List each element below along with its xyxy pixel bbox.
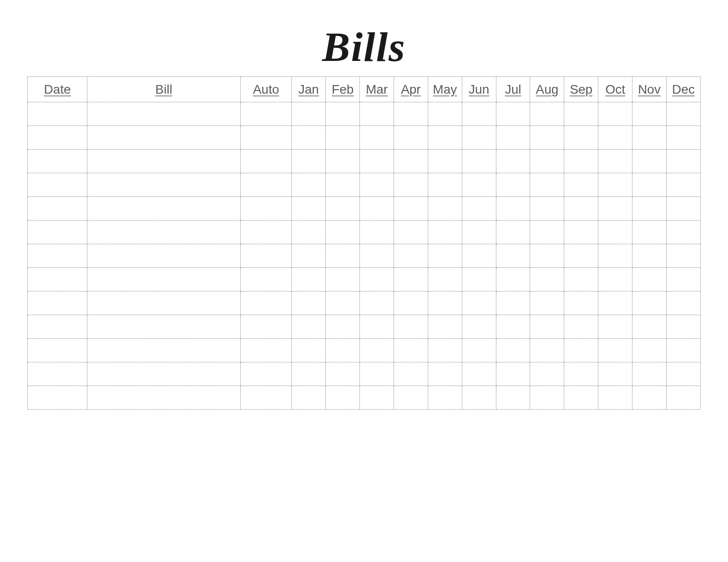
table-cell[interactable] bbox=[564, 244, 598, 268]
table-cell[interactable] bbox=[28, 268, 87, 291]
table-cell[interactable] bbox=[462, 197, 496, 221]
table-cell[interactable] bbox=[666, 173, 700, 197]
table-cell[interactable] bbox=[292, 362, 326, 386]
table-cell[interactable] bbox=[598, 126, 632, 150]
table-cell[interactable] bbox=[241, 197, 292, 221]
table-cell[interactable] bbox=[632, 150, 667, 173]
table-cell[interactable] bbox=[394, 362, 428, 386]
table-cell[interactable] bbox=[564, 339, 598, 362]
table-cell[interactable] bbox=[241, 150, 292, 173]
table-cell[interactable] bbox=[632, 102, 667, 126]
table-cell[interactable] bbox=[87, 315, 241, 339]
table-cell[interactable] bbox=[530, 339, 564, 362]
table-cell[interactable] bbox=[28, 244, 87, 268]
table-cell[interactable] bbox=[292, 244, 326, 268]
table-cell[interactable] bbox=[496, 339, 530, 362]
table-cell[interactable] bbox=[530, 268, 564, 291]
table-cell[interactable] bbox=[87, 386, 241, 410]
table-cell[interactable] bbox=[87, 150, 241, 173]
table-cell[interactable] bbox=[360, 339, 394, 362]
table-cell[interactable] bbox=[360, 150, 394, 173]
table-cell[interactable] bbox=[564, 102, 598, 126]
table-cell[interactable] bbox=[462, 315, 496, 339]
table-cell[interactable] bbox=[87, 244, 241, 268]
table-cell[interactable] bbox=[394, 386, 428, 410]
table-cell[interactable] bbox=[632, 197, 667, 221]
table-cell[interactable] bbox=[326, 386, 360, 410]
table-cell[interactable] bbox=[326, 362, 360, 386]
table-cell[interactable] bbox=[428, 362, 462, 386]
table-cell[interactable] bbox=[496, 268, 530, 291]
table-cell[interactable] bbox=[360, 221, 394, 244]
table-cell[interactable] bbox=[428, 150, 462, 173]
table-cell[interactable] bbox=[496, 291, 530, 315]
table-cell[interactable] bbox=[428, 221, 462, 244]
table-cell[interactable] bbox=[326, 197, 360, 221]
table-cell[interactable] bbox=[598, 173, 632, 197]
table-cell[interactable] bbox=[241, 362, 292, 386]
table-cell[interactable] bbox=[530, 315, 564, 339]
table-cell[interactable] bbox=[632, 173, 667, 197]
table-cell[interactable] bbox=[632, 126, 667, 150]
table-cell[interactable] bbox=[564, 362, 598, 386]
table-cell[interactable] bbox=[326, 315, 360, 339]
table-cell[interactable] bbox=[28, 221, 87, 244]
table-cell[interactable] bbox=[292, 268, 326, 291]
table-cell[interactable] bbox=[496, 150, 530, 173]
table-cell[interactable] bbox=[292, 197, 326, 221]
table-cell[interactable] bbox=[87, 268, 241, 291]
table-cell[interactable] bbox=[241, 315, 292, 339]
table-cell[interactable] bbox=[292, 150, 326, 173]
table-cell[interactable] bbox=[394, 102, 428, 126]
table-cell[interactable] bbox=[564, 126, 598, 150]
table-cell[interactable] bbox=[292, 339, 326, 362]
table-cell[interactable] bbox=[632, 386, 667, 410]
table-cell[interactable] bbox=[530, 244, 564, 268]
table-cell[interactable] bbox=[241, 244, 292, 268]
table-cell[interactable] bbox=[87, 126, 241, 150]
table-cell[interactable] bbox=[632, 221, 667, 244]
table-cell[interactable] bbox=[394, 268, 428, 291]
table-cell[interactable] bbox=[564, 221, 598, 244]
table-cell[interactable] bbox=[428, 244, 462, 268]
table-cell[interactable] bbox=[598, 150, 632, 173]
table-cell[interactable] bbox=[666, 126, 700, 150]
table-cell[interactable] bbox=[241, 173, 292, 197]
table-cell[interactable] bbox=[394, 315, 428, 339]
table-cell[interactable] bbox=[462, 268, 496, 291]
table-cell[interactable] bbox=[292, 315, 326, 339]
table-cell[interactable] bbox=[87, 102, 241, 126]
table-cell[interactable] bbox=[87, 173, 241, 197]
table-cell[interactable] bbox=[530, 197, 564, 221]
table-cell[interactable] bbox=[632, 315, 667, 339]
table-cell[interactable] bbox=[496, 362, 530, 386]
table-cell[interactable] bbox=[564, 315, 598, 339]
table-cell[interactable] bbox=[87, 197, 241, 221]
table-cell[interactable] bbox=[428, 197, 462, 221]
table-cell[interactable] bbox=[666, 386, 700, 410]
table-cell[interactable] bbox=[496, 386, 530, 410]
table-cell[interactable] bbox=[428, 102, 462, 126]
table-cell[interactable] bbox=[666, 221, 700, 244]
table-cell[interactable] bbox=[598, 315, 632, 339]
table-cell[interactable] bbox=[360, 244, 394, 268]
table-cell[interactable] bbox=[394, 197, 428, 221]
table-cell[interactable] bbox=[326, 244, 360, 268]
table-cell[interactable] bbox=[598, 268, 632, 291]
table-cell[interactable] bbox=[360, 173, 394, 197]
table-cell[interactable] bbox=[530, 386, 564, 410]
table-cell[interactable] bbox=[326, 173, 360, 197]
table-cell[interactable] bbox=[292, 173, 326, 197]
table-cell[interactable] bbox=[292, 291, 326, 315]
table-cell[interactable] bbox=[666, 244, 700, 268]
table-cell[interactable] bbox=[241, 126, 292, 150]
table-cell[interactable] bbox=[564, 173, 598, 197]
table-cell[interactable] bbox=[428, 339, 462, 362]
table-cell[interactable] bbox=[394, 244, 428, 268]
table-cell[interactable] bbox=[530, 291, 564, 315]
table-cell[interactable] bbox=[360, 386, 394, 410]
table-cell[interactable] bbox=[598, 339, 632, 362]
table-cell[interactable] bbox=[462, 173, 496, 197]
table-cell[interactable] bbox=[326, 268, 360, 291]
table-cell[interactable] bbox=[666, 315, 700, 339]
